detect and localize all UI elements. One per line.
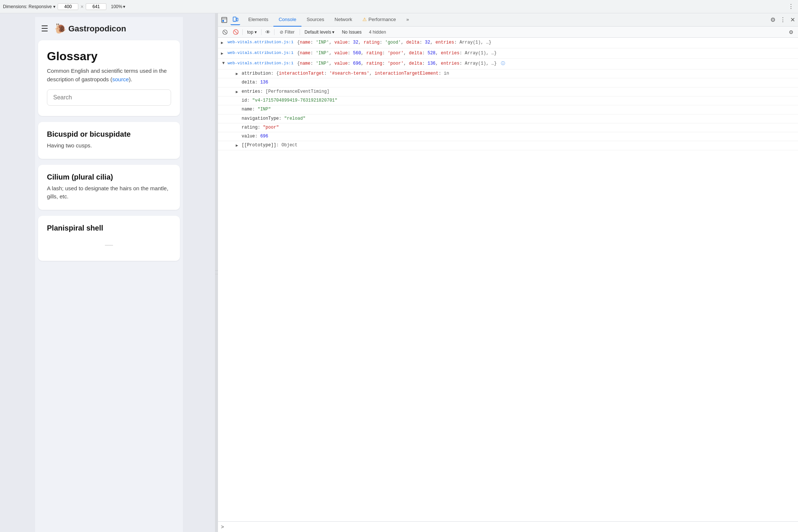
filter-button[interactable]: ⊘ Filter: [277, 29, 298, 35]
source-link-3[interactable]: web-vitals.attribution.js:1: [228, 60, 293, 67]
nested-entries: ▶ entries: [PerformanceEventTiming]: [218, 88, 798, 97]
console-entry-inp-560: ▶ web-vitals.attribution.js:1 {name: 'IN…: [218, 48, 798, 59]
devtools-close-button[interactable]: ✕: [789, 15, 797, 25]
console-settings-icon: ⚙: [789, 29, 794, 35]
term-title: Planispiral shell: [47, 224, 171, 232]
console-settings-button[interactable]: ⚙: [787, 28, 795, 36]
svg-rect-4: [236, 18, 238, 21]
search-input[interactable]: [47, 89, 171, 106]
source-link[interactable]: source: [112, 76, 129, 82]
dimension-separator: ×: [81, 4, 83, 10]
webpage-content[interactable]: ☰ 🐌 Gastropodicon Glossary Common Englis…: [35, 17, 183, 532]
main-container: ☰ 🐌 Gastropodicon Glossary Common Englis…: [0, 13, 798, 532]
close-icon: ✕: [790, 16, 795, 23]
more-icon: ⋮: [788, 3, 794, 10]
nested-attribution: ▶ attribution: {interactionTarget: '#sea…: [218, 69, 798, 79]
devtools-more-button[interactable]: ⋮: [778, 15, 787, 25]
dimensions-label: Dimensions: Responsive ▾: [3, 4, 55, 9]
nested-navigation-type: navigationType: "reload": [218, 115, 798, 123]
snail-icon: 🐌: [54, 23, 66, 34]
svg-line-7: [224, 31, 226, 33]
more-options-button[interactable]: ⋮: [787, 2, 795, 11]
glossary-subtitle: Common English and scientific terms used…: [47, 67, 171, 83]
separator4: [300, 29, 300, 35]
device-icon: [232, 16, 239, 23]
subtitle-text-after: ).: [129, 76, 132, 82]
console-input[interactable]: [226, 524, 795, 529]
prototype-expand-icon[interactable]: ▶: [236, 143, 240, 149]
expand-arrow-3[interactable]: ▶: [220, 62, 226, 66]
toolbar-left: Dimensions: Responsive ▾ × 100% ▾: [3, 3, 785, 10]
dimensions-chevron-icon[interactable]: ▾: [53, 4, 55, 9]
site-logo: 🐌 Gastropodicon: [54, 23, 126, 34]
glossary-title: Glossary: [47, 49, 171, 63]
tab-sources[interactable]: Sources: [301, 13, 330, 27]
tab-more[interactable]: »: [401, 13, 414, 27]
zoom-button[interactable]: 100% ▾: [109, 3, 127, 10]
top-toolbar: Dimensions: Responsive ▾ × 100% ▾ ⋮: [0, 0, 798, 13]
info-badge[interactable]: ⓘ: [501, 61, 505, 66]
console-prompt: >: [218, 521, 798, 532]
source-link-1[interactable]: web-vitals.attribution.js:1: [228, 39, 293, 46]
term-title: Cilium (plural cilia): [47, 173, 171, 181]
subtitle-text-before: Common English and scientific terms used…: [47, 68, 167, 82]
settings-icon: ⚙: [770, 16, 775, 23]
tab-performance[interactable]: ⚠ Performance: [357, 13, 401, 27]
console-entry-inp-32: ▶ web-vitals.attribution.js:1 {name: 'IN…: [218, 38, 798, 48]
term-definition: A lash; used to designate the hairs on t…: [47, 184, 171, 201]
levels-button[interactable]: Default levels ▾: [302, 29, 337, 35]
attribution-expand-icon[interactable]: ▶: [236, 71, 240, 78]
devtools-panel: Elements Console Sources Network ⚠ Perfo…: [218, 13, 798, 532]
glossary-card: Glossary Common English and scientific t…: [38, 40, 180, 116]
zoom-label: 100%: [111, 4, 122, 9]
context-selector[interactable]: top ▾: [245, 29, 259, 35]
separator: [242, 29, 243, 35]
clear-icon: [222, 30, 228, 35]
context-chevron-icon: ▾: [255, 30, 257, 35]
context-label: top: [247, 30, 253, 35]
levels-chevron-icon: ▾: [332, 30, 334, 35]
term-card-cilium: Cilium (plural cilia) A lash; used to de…: [38, 165, 180, 210]
nested-value: value: 696: [218, 132, 798, 141]
tab-elements[interactable]: Elements: [243, 13, 273, 27]
term-card-bicuspid: Bicuspid or bicuspidate Having two cusps…: [38, 122, 180, 159]
width-input[interactable]: [58, 3, 78, 10]
webpage-panel: ☰ 🐌 Gastropodicon Glossary Common Englis…: [0, 13, 218, 532]
hidden-count-badge: 4 hidden: [367, 29, 388, 35]
entry-content-3: {name: 'INP', value: 696, rating: 'poor'…: [297, 60, 795, 67]
site-title: Gastropodicon: [68, 24, 126, 34]
scroll-indicator: ⎯⎯: [47, 238, 171, 246]
tab-network[interactable]: Network: [330, 13, 358, 27]
nested-prototype: ▶ [[Prototype]]: Object: [218, 141, 798, 150]
site-header: ☰ 🐌 Gastropodicon: [38, 17, 180, 40]
svg-rect-2: [222, 20, 224, 22]
nested-name: name: "INP": [218, 105, 798, 114]
devtools-settings-button[interactable]: ⚙: [769, 15, 777, 25]
no-entries-button[interactable]: 🚫: [231, 28, 240, 35]
hamburger-menu-icon[interactable]: ☰: [41, 24, 48, 34]
inspect-icon: [221, 17, 228, 23]
tab-console[interactable]: Console: [273, 13, 301, 27]
inspect-element-button[interactable]: [219, 15, 229, 25]
term-title: Bicuspid or bicuspidate: [47, 130, 171, 139]
block-icon: 🚫: [233, 29, 239, 35]
resize-handle[interactable]: ⋮⋮: [215, 13, 218, 532]
source-link-2[interactable]: web-vitals.attribution.js:1: [228, 50, 293, 57]
eye-button[interactable]: 👁: [264, 28, 272, 36]
separator3: [274, 29, 274, 35]
height-input[interactable]: [86, 3, 106, 10]
zoom-chevron-icon: ▾: [123, 4, 125, 9]
more-icon: ⋮: [780, 16, 786, 23]
expand-arrow-1[interactable]: ▶: [221, 40, 225, 47]
expand-arrow-2[interactable]: ▶: [221, 51, 225, 57]
devtools-tabs: Elements Console Sources Network ⚠ Perfo…: [218, 13, 798, 27]
device-mode-button[interactable]: [231, 15, 240, 25]
clear-console-button[interactable]: [221, 29, 229, 35]
entries-expand-icon[interactable]: ▶: [236, 89, 240, 96]
resize-dots: ⋮⋮: [215, 269, 218, 276]
nested-delta: delta: 136: [218, 78, 798, 87]
svg-point-5: [234, 20, 235, 21]
console-output[interactable]: ▶ web-vitals.attribution.js:1 {name: 'IN…: [218, 38, 798, 521]
no-issues-badge: No Issues: [339, 29, 364, 35]
toolbar-right: ⋮: [787, 2, 795, 11]
